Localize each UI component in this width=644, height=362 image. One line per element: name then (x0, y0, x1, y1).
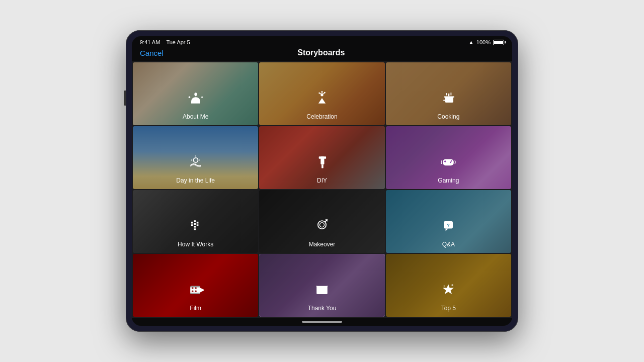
celebration-icon (313, 89, 331, 111)
grid-item-about-me[interactable]: About Me (133, 62, 258, 125)
battery-bar (493, 40, 504, 45)
nav-bar: Cancel Storyboards (132, 46, 512, 61)
svg-point-5 (324, 92, 326, 94)
home-indicator-bar (132, 318, 512, 326)
svg-rect-21 (443, 159, 454, 166)
svg-rect-30 (191, 222, 193, 224)
svg-point-52 (452, 284, 454, 286)
svg-point-53 (444, 285, 445, 287)
svg-rect-48 (190, 286, 200, 288)
gaming-label: Gaming (438, 177, 459, 184)
grid-item-day-in-life[interactable]: Day in the Life (133, 126, 258, 189)
svg-rect-49 (190, 293, 200, 294)
svg-marker-43 (200, 288, 204, 292)
svg-rect-47 (195, 291, 197, 292)
home-indicator (302, 321, 342, 323)
thank-you-label: Thank You (308, 305, 337, 312)
ipad-screen: 9:41 AM Tue Apr 5 ▲ 100% Cancel Storyboa… (132, 36, 512, 326)
how-it-works-label: How It Works (178, 241, 213, 248)
svg-rect-27 (194, 220, 196, 222)
grid-item-top5[interactable]: Top 5 (386, 254, 511, 317)
volume-button (124, 90, 126, 106)
svg-rect-32 (196, 224, 198, 226)
grid-item-celebration[interactable]: Celebration (259, 62, 384, 125)
film-label: Film (190, 305, 201, 312)
svg-rect-20 (321, 164, 324, 168)
status-date: Tue Apr 5 (166, 39, 190, 45)
status-time: 9:41 AM (140, 39, 160, 45)
day-in-life-icon (187, 153, 205, 175)
grid-item-qa[interactable]: ? Q&A (386, 190, 511, 253)
svg-rect-7 (445, 97, 453, 103)
svg-point-24 (451, 160, 452, 162)
svg-line-3 (324, 93, 325, 94)
svg-text:?: ? (447, 223, 450, 228)
svg-point-4 (318, 93, 320, 94)
grid-item-how-it-works[interactable]: How It Works (133, 190, 258, 253)
makeover-label: Makeover (309, 241, 336, 248)
svg-rect-34 (194, 228, 196, 230)
qa-icon: ? (439, 217, 457, 239)
grid-item-gaming[interactable]: Gaming (386, 126, 511, 189)
svg-point-0 (320, 94, 323, 96)
svg-rect-11 (446, 93, 447, 96)
svg-rect-9 (448, 94, 449, 96)
page-title: Storyboards (297, 48, 345, 57)
svg-rect-12 (443, 100, 445, 101)
thank-you-icon (313, 281, 331, 303)
grid-item-diy[interactable]: DIY (259, 126, 384, 189)
svg-rect-46 (195, 288, 197, 289)
battery-percentage: 100% (476, 39, 491, 45)
status-icons: ▲ 100% (468, 39, 504, 45)
top5-label: Top 5 (441, 305, 456, 312)
cancel-button[interactable]: Cancel (140, 49, 164, 57)
svg-marker-40 (446, 228, 448, 231)
grid-item-film[interactable]: Film (133, 254, 258, 317)
makeover-icon (313, 217, 331, 239)
about-me-label: About Me (183, 113, 208, 120)
how-it-works-icon (187, 217, 205, 239)
grid-item-cooking[interactable]: Cooking (386, 62, 511, 125)
diy-icon (313, 153, 331, 175)
svg-rect-19 (319, 156, 326, 159)
qa-label: Q&A (442, 241, 455, 248)
svg-point-25 (450, 162, 451, 163)
grid-item-makeover[interactable]: Makeover (259, 190, 384, 253)
svg-point-36 (319, 223, 324, 227)
svg-rect-29 (196, 222, 198, 224)
cooking-label: Cooking (437, 113, 459, 120)
storyboards-grid: About Me (132, 61, 512, 318)
status-bar: 9:41 AM Tue Apr 5 ▲ 100% (132, 36, 512, 46)
status-time-date: 9:41 AM Tue Apr 5 (140, 39, 190, 45)
battery-icon (493, 40, 504, 45)
celebration-label: Celebration (306, 113, 337, 120)
gaming-icon (439, 153, 457, 175)
svg-rect-28 (194, 223, 196, 225)
diy-label: DIY (317, 177, 327, 184)
day-in-life-label: Day in the Life (176, 177, 215, 184)
ipad-device: 9:41 AM Tue Apr 5 ▲ 100% Cancel Storyboa… (126, 30, 518, 332)
battery-fill (494, 41, 503, 44)
svg-rect-10 (451, 93, 452, 95)
film-icon (187, 281, 205, 303)
svg-point-6 (321, 91, 323, 93)
svg-rect-31 (194, 226, 196, 228)
svg-rect-33 (191, 224, 193, 226)
svg-rect-45 (192, 291, 194, 292)
cooking-icon (439, 89, 457, 111)
wifi-icon: ▲ (468, 39, 474, 45)
about-me-icon (187, 89, 205, 111)
svg-rect-44 (192, 288, 194, 289)
svg-rect-26 (448, 161, 449, 162)
svg-point-13 (193, 158, 198, 162)
svg-rect-8 (444, 96, 454, 98)
top5-icon (439, 281, 457, 303)
grid-item-thank-you[interactable]: Thank You (259, 254, 384, 317)
